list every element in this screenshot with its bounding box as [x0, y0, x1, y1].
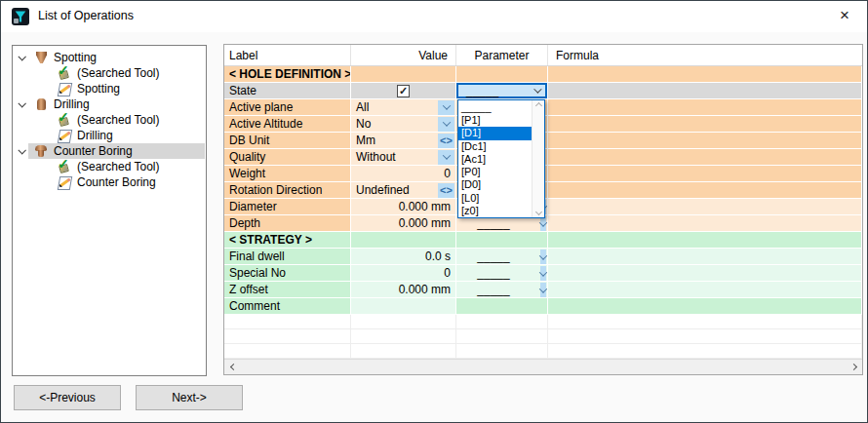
tree-item-label: (Searched Tool)	[77, 160, 160, 173]
parameter-cell[interactable]: _____	[456, 265, 548, 282]
dropdown-item[interactable]: _____	[458, 101, 532, 114]
value-cell[interactable]: All	[351, 99, 456, 116]
chevron-down-icon[interactable]	[18, 53, 25, 60]
parameter-combobox-focused[interactable]: _____	[456, 83, 547, 98]
parameter-dropdown-button[interactable]	[540, 283, 546, 297]
dropdown-item[interactable]: [D1]	[458, 127, 532, 139]
value-cell[interactable]: Without	[351, 149, 456, 166]
dropdown-item-list: _____[P1][D1][Dc1][Ac1][P0][D0][L0][z0]	[458, 100, 532, 217]
parameter-value: _____	[456, 266, 531, 280]
label-cell	[224, 344, 351, 359]
formula-cell[interactable]	[548, 166, 862, 182]
dropdown-item[interactable]: [D0]	[458, 178, 532, 191]
formula-cell[interactable]	[548, 116, 862, 133]
state-checkbox[interactable]: ✓	[397, 85, 410, 97]
formula-cell[interactable]	[548, 282, 862, 298]
label-cell: Quality	[224, 149, 351, 166]
value-cell	[351, 66, 456, 83]
formula-cell[interactable]	[548, 133, 862, 149]
tree-item-drilling[interactable]: Drilling	[13, 128, 206, 143]
cell-value: 0.000 mm	[351, 283, 455, 296]
column-header-value: Value	[351, 45, 456, 65]
tree-item-counter-boring[interactable]: Counter Boring	[13, 143, 206, 159]
next-button[interactable]: Next->	[136, 385, 243, 410]
chevron-down-icon[interactable]	[18, 146, 25, 154]
value-dropdown-button[interactable]	[438, 117, 454, 132]
formula-cell[interactable]	[548, 99, 862, 116]
edit-operation-icon	[57, 82, 72, 96]
chevron-down-icon	[539, 251, 547, 259]
parameter-cell[interactable]	[456, 298, 548, 315]
parameter-dropdown-button[interactable]	[540, 250, 546, 264]
value-cell[interactable]: 0.000 mm	[351, 199, 456, 215]
formula-cell[interactable]	[548, 298, 862, 315]
dropdown-item[interactable]: [P0]	[458, 166, 532, 178]
formula-cell[interactable]	[548, 249, 862, 265]
table-row: Comment	[224, 298, 862, 315]
formula-cell[interactable]	[548, 199, 862, 215]
formula-cell[interactable]	[548, 182, 862, 199]
dropdown-item[interactable]: [Dc1]	[458, 140, 532, 153]
label-cell: DB Unit	[224, 133, 351, 149]
edit-operation-icon	[57, 175, 72, 189]
tree-item-searched-tool[interactable]: (Searched Tool)	[13, 159, 206, 174]
tree-item-spotting[interactable]: Spotting	[13, 81, 206, 96]
label-cell: Weight	[224, 166, 351, 182]
horizontal-scrollbar[interactable]	[224, 359, 862, 374]
chevron-down-icon	[539, 285, 547, 292]
value-cell[interactable]: 0.000 mm	[351, 282, 456, 298]
parameter-dropdown-button[interactable]	[540, 216, 546, 231]
dropdown-item[interactable]: [Ac1]	[458, 153, 532, 166]
table-header-row: LabelValueParameterFormula	[224, 45, 862, 66]
formula-cell[interactable]	[548, 215, 862, 232]
tree-item-searched-tool[interactable]: (Searched Tool)	[13, 112, 206, 128]
tree-item-drilling[interactable]: Drilling	[13, 96, 206, 112]
row-label: Active plane	[224, 100, 293, 114]
scroll-left-arrow-icon[interactable]	[224, 360, 240, 374]
scroll-up-icon[interactable]	[534, 102, 541, 109]
cell-value: Undefined	[351, 183, 438, 197]
tree-item-searched-tool[interactable]: (Searched Tool)	[13, 65, 206, 81]
tree-item-counter-boring[interactable]: Counter Boring	[13, 174, 206, 190]
value-cell[interactable]: 0.000 mm	[351, 215, 456, 232]
dropdown-scrollbar[interactable]	[532, 100, 544, 217]
value-spinner-button[interactable]: <>	[438, 134, 454, 148]
row-label: State	[224, 84, 256, 97]
value-cell[interactable]: 0	[351, 265, 456, 282]
value-cell[interactable]: Undefined<>	[351, 182, 456, 199]
value-cell[interactable]: ✓	[351, 83, 456, 99]
cell-value: 0.0 s	[351, 250, 455, 263]
value-dropdown-button[interactable]	[438, 150, 454, 165]
cell-value: All	[351, 100, 438, 114]
row-label: Depth	[224, 216, 260, 230]
parameter-cell[interactable]: _____	[456, 282, 548, 298]
tree-item-spotting[interactable]: Spotting	[13, 50, 206, 65]
value-cell[interactable]: 0	[351, 166, 456, 182]
combobox-value: _____	[458, 84, 533, 97]
column-header-formula: Formula	[548, 45, 862, 65]
dropdown-item[interactable]: [P1]	[458, 114, 532, 127]
formula-cell[interactable]	[548, 265, 862, 282]
chevron-down-icon[interactable]	[18, 99, 25, 107]
value-spinner-button[interactable]: <>	[438, 183, 454, 198]
searched-tool-icon	[57, 113, 72, 127]
previous-button[interactable]: <-Previous	[14, 385, 121, 410]
label-cell: Z offset	[224, 282, 351, 298]
formula-cell[interactable]	[548, 83, 862, 99]
formula-cell[interactable]	[548, 149, 862, 166]
dropdown-item[interactable]: [z0]	[458, 205, 532, 217]
parameter-cell[interactable]: _____	[456, 83, 548, 99]
parameter-dropdown-button[interactable]	[540, 266, 546, 281]
close-icon[interactable]: ×	[832, 5, 857, 26]
value-cell[interactable]	[351, 298, 456, 315]
value-dropdown-button[interactable]	[438, 100, 454, 115]
value-cell	[351, 315, 456, 329]
value-cell[interactable]: Mm<>	[351, 133, 456, 149]
scroll-down-icon[interactable]	[534, 209, 541, 215]
parameter-cell[interactable]: _____	[456, 249, 548, 265]
label-cell: Final dwell	[224, 249, 351, 265]
dropdown-item[interactable]: [L0]	[458, 192, 532, 205]
scroll-right-arrow-icon[interactable]	[847, 360, 862, 374]
value-cell[interactable]: 0.0 s	[351, 249, 456, 265]
value-cell[interactable]: No	[351, 116, 456, 133]
